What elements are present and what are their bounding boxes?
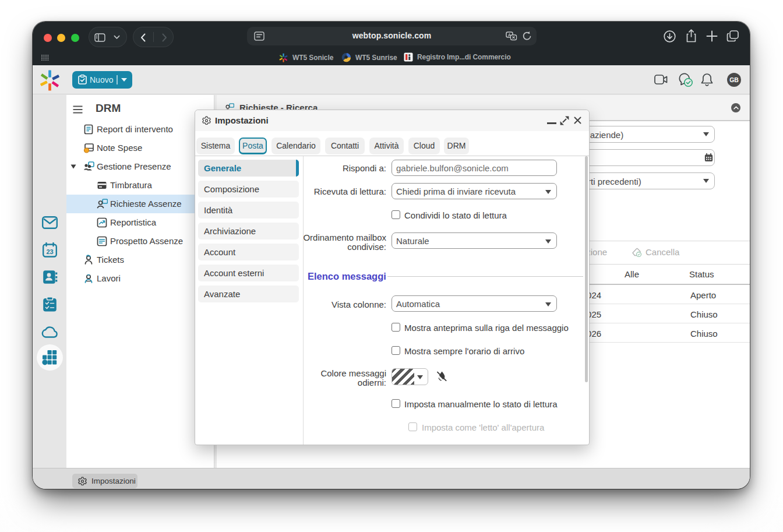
svg-text:23: 23 bbox=[46, 248, 53, 255]
